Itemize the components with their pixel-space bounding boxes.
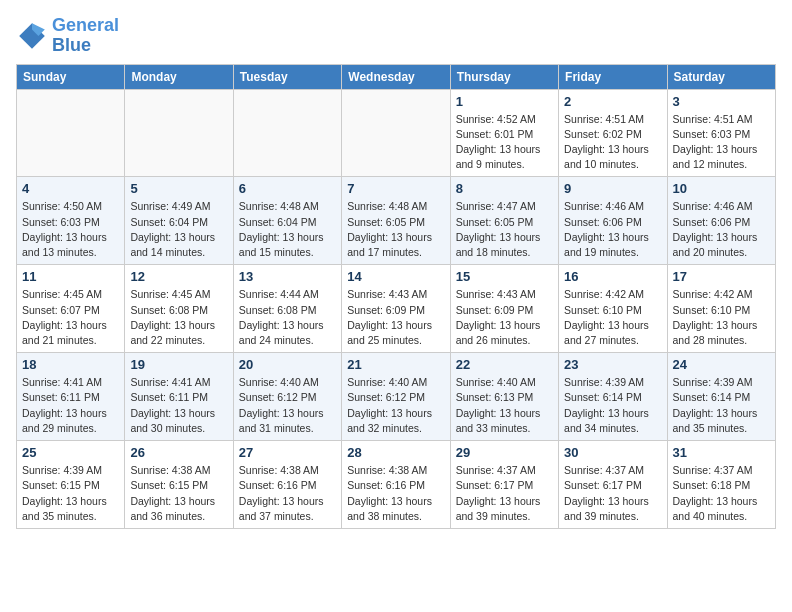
day-info: Sunrise: 4:41 AM Sunset: 6:11 PM Dayligh…	[22, 375, 119, 436]
day-number: 1	[456, 94, 553, 109]
calendar-cell: 24Sunrise: 4:39 AM Sunset: 6:14 PM Dayli…	[667, 353, 775, 441]
day-info: Sunrise: 4:37 AM Sunset: 6:18 PM Dayligh…	[673, 463, 770, 524]
page-header: General Blue	[16, 16, 776, 56]
calendar-cell: 10Sunrise: 4:46 AM Sunset: 6:06 PM Dayli…	[667, 177, 775, 265]
calendar-cell: 22Sunrise: 4:40 AM Sunset: 6:13 PM Dayli…	[450, 353, 558, 441]
logo-text: General Blue	[52, 16, 119, 56]
day-info: Sunrise: 4:38 AM Sunset: 6:16 PM Dayligh…	[239, 463, 336, 524]
calendar-week-2: 4Sunrise: 4:50 AM Sunset: 6:03 PM Daylig…	[17, 177, 776, 265]
weekday-header-wednesday: Wednesday	[342, 64, 450, 89]
day-info: Sunrise: 4:45 AM Sunset: 6:08 PM Dayligh…	[130, 287, 227, 348]
calendar-week-4: 18Sunrise: 4:41 AM Sunset: 6:11 PM Dayli…	[17, 353, 776, 441]
calendar-cell: 25Sunrise: 4:39 AM Sunset: 6:15 PM Dayli…	[17, 441, 125, 529]
day-number: 5	[130, 181, 227, 196]
day-number: 28	[347, 445, 444, 460]
day-info: Sunrise: 4:52 AM Sunset: 6:01 PM Dayligh…	[456, 112, 553, 173]
calendar-cell: 1Sunrise: 4:52 AM Sunset: 6:01 PM Daylig…	[450, 89, 558, 177]
calendar-cell: 26Sunrise: 4:38 AM Sunset: 6:15 PM Dayli…	[125, 441, 233, 529]
day-info: Sunrise: 4:37 AM Sunset: 6:17 PM Dayligh…	[564, 463, 661, 524]
day-number: 2	[564, 94, 661, 109]
calendar-cell: 6Sunrise: 4:48 AM Sunset: 6:04 PM Daylig…	[233, 177, 341, 265]
day-number: 4	[22, 181, 119, 196]
day-info: Sunrise: 4:40 AM Sunset: 6:12 PM Dayligh…	[239, 375, 336, 436]
calendar-cell: 15Sunrise: 4:43 AM Sunset: 6:09 PM Dayli…	[450, 265, 558, 353]
day-number: 29	[456, 445, 553, 460]
day-info: Sunrise: 4:42 AM Sunset: 6:10 PM Dayligh…	[673, 287, 770, 348]
calendar-cell: 19Sunrise: 4:41 AM Sunset: 6:11 PM Dayli…	[125, 353, 233, 441]
calendar-cell	[125, 89, 233, 177]
day-info: Sunrise: 4:46 AM Sunset: 6:06 PM Dayligh…	[564, 199, 661, 260]
day-number: 12	[130, 269, 227, 284]
day-number: 11	[22, 269, 119, 284]
day-number: 9	[564, 181, 661, 196]
day-info: Sunrise: 4:43 AM Sunset: 6:09 PM Dayligh…	[347, 287, 444, 348]
calendar-cell: 12Sunrise: 4:45 AM Sunset: 6:08 PM Dayli…	[125, 265, 233, 353]
calendar-cell: 11Sunrise: 4:45 AM Sunset: 6:07 PM Dayli…	[17, 265, 125, 353]
calendar-cell: 21Sunrise: 4:40 AM Sunset: 6:12 PM Dayli…	[342, 353, 450, 441]
weekday-header-friday: Friday	[559, 64, 667, 89]
calendar-table: SundayMondayTuesdayWednesdayThursdayFrid…	[16, 64, 776, 529]
day-info: Sunrise: 4:41 AM Sunset: 6:11 PM Dayligh…	[130, 375, 227, 436]
day-info: Sunrise: 4:40 AM Sunset: 6:12 PM Dayligh…	[347, 375, 444, 436]
day-info: Sunrise: 4:46 AM Sunset: 6:06 PM Dayligh…	[673, 199, 770, 260]
logo-icon	[16, 20, 48, 52]
day-number: 17	[673, 269, 770, 284]
weekday-header-sunday: Sunday	[17, 64, 125, 89]
day-info: Sunrise: 4:38 AM Sunset: 6:16 PM Dayligh…	[347, 463, 444, 524]
calendar-week-3: 11Sunrise: 4:45 AM Sunset: 6:07 PM Dayli…	[17, 265, 776, 353]
day-info: Sunrise: 4:42 AM Sunset: 6:10 PM Dayligh…	[564, 287, 661, 348]
calendar-cell: 18Sunrise: 4:41 AM Sunset: 6:11 PM Dayli…	[17, 353, 125, 441]
day-info: Sunrise: 4:37 AM Sunset: 6:17 PM Dayligh…	[456, 463, 553, 524]
day-info: Sunrise: 4:51 AM Sunset: 6:02 PM Dayligh…	[564, 112, 661, 173]
calendar-cell: 16Sunrise: 4:42 AM Sunset: 6:10 PM Dayli…	[559, 265, 667, 353]
calendar-cell: 5Sunrise: 4:49 AM Sunset: 6:04 PM Daylig…	[125, 177, 233, 265]
weekday-header-saturday: Saturday	[667, 64, 775, 89]
day-number: 10	[673, 181, 770, 196]
calendar-cell: 7Sunrise: 4:48 AM Sunset: 6:05 PM Daylig…	[342, 177, 450, 265]
day-info: Sunrise: 4:44 AM Sunset: 6:08 PM Dayligh…	[239, 287, 336, 348]
calendar-cell: 31Sunrise: 4:37 AM Sunset: 6:18 PM Dayli…	[667, 441, 775, 529]
day-number: 3	[673, 94, 770, 109]
calendar-cell: 27Sunrise: 4:38 AM Sunset: 6:16 PM Dayli…	[233, 441, 341, 529]
calendar-cell: 20Sunrise: 4:40 AM Sunset: 6:12 PM Dayli…	[233, 353, 341, 441]
calendar-cell: 8Sunrise: 4:47 AM Sunset: 6:05 PM Daylig…	[450, 177, 558, 265]
day-number: 31	[673, 445, 770, 460]
day-info: Sunrise: 4:50 AM Sunset: 6:03 PM Dayligh…	[22, 199, 119, 260]
day-number: 21	[347, 357, 444, 372]
day-info: Sunrise: 4:48 AM Sunset: 6:04 PM Dayligh…	[239, 199, 336, 260]
weekday-header-thursday: Thursday	[450, 64, 558, 89]
calendar-cell: 13Sunrise: 4:44 AM Sunset: 6:08 PM Dayli…	[233, 265, 341, 353]
calendar-cell	[17, 89, 125, 177]
day-info: Sunrise: 4:40 AM Sunset: 6:13 PM Dayligh…	[456, 375, 553, 436]
day-number: 25	[22, 445, 119, 460]
weekday-header-row: SundayMondayTuesdayWednesdayThursdayFrid…	[17, 64, 776, 89]
day-number: 8	[456, 181, 553, 196]
day-number: 14	[347, 269, 444, 284]
day-number: 26	[130, 445, 227, 460]
calendar-cell: 30Sunrise: 4:37 AM Sunset: 6:17 PM Dayli…	[559, 441, 667, 529]
calendar-cell	[342, 89, 450, 177]
day-number: 16	[564, 269, 661, 284]
day-info: Sunrise: 4:39 AM Sunset: 6:15 PM Dayligh…	[22, 463, 119, 524]
day-number: 30	[564, 445, 661, 460]
calendar-week-5: 25Sunrise: 4:39 AM Sunset: 6:15 PM Dayli…	[17, 441, 776, 529]
day-number: 18	[22, 357, 119, 372]
day-number: 7	[347, 181, 444, 196]
calendar-cell: 23Sunrise: 4:39 AM Sunset: 6:14 PM Dayli…	[559, 353, 667, 441]
day-number: 15	[456, 269, 553, 284]
day-number: 24	[673, 357, 770, 372]
calendar-cell: 17Sunrise: 4:42 AM Sunset: 6:10 PM Dayli…	[667, 265, 775, 353]
day-number: 22	[456, 357, 553, 372]
day-info: Sunrise: 4:51 AM Sunset: 6:03 PM Dayligh…	[673, 112, 770, 173]
calendar-cell: 3Sunrise: 4:51 AM Sunset: 6:03 PM Daylig…	[667, 89, 775, 177]
calendar-body: 1Sunrise: 4:52 AM Sunset: 6:01 PM Daylig…	[17, 89, 776, 528]
day-info: Sunrise: 4:49 AM Sunset: 6:04 PM Dayligh…	[130, 199, 227, 260]
day-number: 6	[239, 181, 336, 196]
calendar-cell: 14Sunrise: 4:43 AM Sunset: 6:09 PM Dayli…	[342, 265, 450, 353]
calendar-cell: 29Sunrise: 4:37 AM Sunset: 6:17 PM Dayli…	[450, 441, 558, 529]
calendar-cell: 28Sunrise: 4:38 AM Sunset: 6:16 PM Dayli…	[342, 441, 450, 529]
day-info: Sunrise: 4:39 AM Sunset: 6:14 PM Dayligh…	[673, 375, 770, 436]
calendar-cell: 9Sunrise: 4:46 AM Sunset: 6:06 PM Daylig…	[559, 177, 667, 265]
calendar-cell: 4Sunrise: 4:50 AM Sunset: 6:03 PM Daylig…	[17, 177, 125, 265]
day-info: Sunrise: 4:43 AM Sunset: 6:09 PM Dayligh…	[456, 287, 553, 348]
